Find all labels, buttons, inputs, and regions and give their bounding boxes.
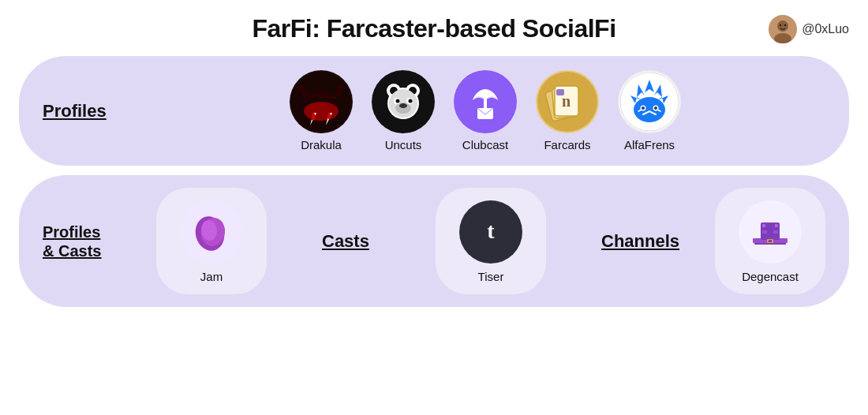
alfafrens-logo (618, 70, 681, 133)
user-tag: @0xLuo (769, 15, 849, 43)
svg-point-23 (409, 99, 413, 103)
list-item[interactable]: Clubcast (454, 70, 517, 151)
svg-point-41 (642, 107, 645, 110)
list-item[interactable]: Uncuts (372, 70, 435, 151)
profiles-items-row: Drakula (145, 70, 825, 151)
profiles-casts-label-area: Profiles& Casts (43, 222, 145, 260)
clubcast-logo (454, 70, 517, 133)
drakula-name: Drakula (301, 138, 342, 151)
svg-rect-9 (312, 113, 315, 121)
clubcast-name: Clubcast (462, 138, 508, 151)
drakula-logo (290, 70, 353, 133)
jam-name: Jam (200, 270, 223, 283)
svg-point-22 (396, 99, 400, 103)
casts-label: Casts (322, 231, 425, 252)
svg-rect-10 (327, 113, 331, 119)
svg-point-19 (399, 103, 407, 108)
avatar (769, 15, 797, 43)
svg-rect-56 (773, 230, 778, 234)
username-label: @0xLuo (802, 22, 849, 36)
uncuts-logo (372, 70, 435, 133)
degencast-logo (739, 200, 802, 264)
channels-label: Channels (601, 231, 704, 252)
tiser-logo: t (459, 200, 522, 264)
row1-profiles-pill: Profiles (19, 56, 849, 166)
uncuts-name: Uncuts (385, 138, 422, 151)
svg-rect-31 (556, 89, 564, 95)
channels-group: Channels (601, 188, 825, 294)
page-title: FarFi: Farcaster-based SocialFi (252, 14, 615, 43)
profiles-casts-label: Profiles& Casts (43, 222, 145, 260)
svg-point-4 (784, 24, 786, 25)
svg-point-42 (654, 107, 657, 110)
tiser-bubble[interactable]: t Tiser (436, 188, 546, 294)
jam-bubble[interactable]: Jam (156, 188, 267, 294)
profiles-label: Profiles (43, 101, 145, 122)
profiles-casts-group: Profiles& Casts Jam (43, 188, 267, 294)
svg-rect-55 (762, 230, 767, 234)
alfafrens-name: AlfaFrens (624, 138, 675, 151)
svg-point-38 (634, 97, 665, 122)
svg-point-3 (780, 24, 781, 25)
row2-pill: Profiles& Casts Jam Casts (19, 175, 849, 307)
svg-point-6 (304, 102, 339, 121)
svg-point-1 (777, 21, 788, 32)
svg-text:t: t (487, 219, 495, 243)
list-item[interactable]: Drakula (290, 70, 353, 151)
svg-rect-53 (762, 224, 765, 227)
farcards-logo: n (536, 70, 599, 133)
farcards-name: Farcards (544, 138, 590, 151)
header: FarFi: Farcaster-based SocialFi @0xLuo (19, 14, 849, 43)
svg-rect-54 (775, 224, 778, 227)
casts-group: Casts t Tiser (322, 188, 546, 294)
sections-container: Profiles (19, 56, 849, 307)
list-item[interactable]: AlfaFrens (618, 70, 681, 151)
degencast-bubble[interactable]: Degencast (715, 188, 825, 294)
list-item[interactable]: n Farcards (536, 70, 599, 151)
tiser-name: Tiser (478, 270, 504, 283)
degencast-name: Degencast (742, 270, 799, 283)
jam-logo (180, 200, 243, 264)
svg-rect-58 (769, 240, 772, 242)
